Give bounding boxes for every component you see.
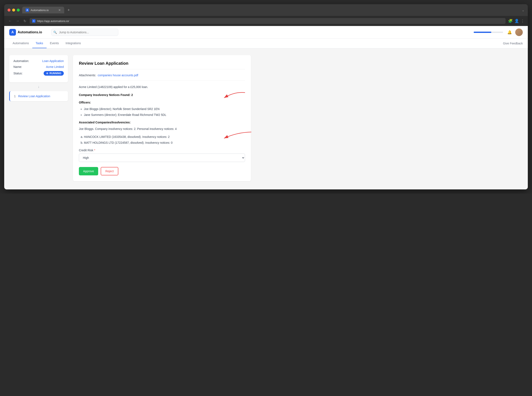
automation-row: Automation: Loan Application: [13, 59, 64, 63]
insolvency-section: Company Insolvency Notices Found: 2: [79, 93, 245, 97]
application-body-text: Acme Limited (14822109) applied for a £2…: [79, 85, 245, 89]
credit-risk-label: Credit Risk *: [79, 149, 245, 152]
site-icon: A: [32, 19, 36, 23]
task-number: 1: [14, 94, 16, 98]
sidebar-panel: Automation: Loan Application Name: Acme …: [9, 55, 68, 181]
task-item[interactable]: 1 Review Loan Application: [9, 91, 68, 101]
list-item: MATT HOLDINGS LTD (17224587, dissolved).…: [84, 140, 245, 145]
nav-automations[interactable]: Automations: [9, 39, 32, 48]
avatar-image: [515, 29, 523, 36]
browser-menu-dots[interactable]: ⋮: [521, 19, 525, 23]
automation-label: Automation:: [13, 59, 29, 63]
profile-icon[interactable]: 👤: [514, 19, 519, 23]
insolvency-notices-text: Company Insolvency Notices Found: 2: [79, 93, 245, 97]
notifications-icon[interactable]: 🔔: [507, 30, 512, 35]
reject-button[interactable]: Reject: [101, 167, 118, 175]
give-feedback-link[interactable]: Give Feedback: [503, 39, 523, 48]
search-icon: 🔍: [53, 31, 57, 34]
tab-favicon: A: [26, 8, 29, 12]
app-logo: A Automations.io: [9, 29, 42, 36]
avatar[interactable]: [515, 29, 523, 36]
credit-risk-select[interactable]: High Medium Low: [79, 154, 245, 162]
task-label: Review Loan Application: [18, 94, 50, 98]
status-badge: ⚙ RUNNING: [44, 71, 64, 76]
traffic-lights: [7, 9, 20, 12]
automation-value[interactable]: Loan Application: [42, 59, 64, 63]
browser-tab[interactable]: A Automations.io ✕: [22, 7, 64, 13]
main-panel: Review Loan Application Attachments: com…: [73, 55, 251, 181]
tab-close-icon[interactable]: ✕: [58, 8, 61, 12]
name-value[interactable]: Acme Limited: [46, 65, 64, 69]
name-row: Name: Acme Limited: [13, 65, 64, 69]
required-star: *: [94, 149, 95, 152]
approve-button[interactable]: Approve: [79, 167, 98, 175]
url-text: https://app.automations.io/: [37, 19, 69, 23]
back-button[interactable]: ←: [7, 18, 12, 24]
app-nav: Automations Tasks Events Integrations Gi…: [4, 39, 528, 48]
arrow-down-icon: ↓: [9, 85, 68, 89]
forward-button[interactable]: →: [15, 18, 20, 24]
minimize-button[interactable]: [12, 9, 15, 12]
logo-text: Automations.io: [18, 30, 42, 34]
status-row: Status: ⚙ RUNNING: [13, 71, 64, 76]
associated-companies-list: HANCOCK LIMITED (16335438, dissolved). I…: [79, 134, 245, 145]
associated-heading: Associated Companies/Insolvencies:: [79, 121, 245, 124]
officers-list: Joe Bloggs (director); Norfolk Street Su…: [79, 107, 245, 117]
close-button[interactable]: [7, 9, 11, 12]
associated-companies-section: HANCOCK LIMITED (16335438, dissolved). I…: [79, 134, 245, 145]
status-label: Status:: [13, 72, 23, 75]
credit-risk-section: Credit Risk * High Medium Low: [79, 149, 245, 162]
list-item: HANCOCK LIMITED (16335438, dissolved). I…: [84, 134, 245, 139]
new-tab-button[interactable]: +: [67, 8, 70, 12]
name-label: Name:: [13, 65, 22, 69]
section-title: Review Loan Application: [79, 61, 245, 69]
progress-fill: [474, 32, 491, 33]
app-header: A Automations.io 🔍 🔔: [4, 26, 528, 39]
action-buttons: Approve Reject: [79, 167, 245, 175]
url-bar[interactable]: A https://app.automations.io/: [30, 18, 506, 24]
list-item: Jane Summers (director); Ennerdale Road …: [84, 112, 245, 117]
tab-title: Automations.io: [31, 9, 49, 12]
extensions-icon[interactable]: 🧩: [508, 19, 513, 23]
logo-icon: A: [9, 29, 16, 36]
attachments-label: Attachments:: [79, 74, 96, 77]
main-content: Automation: Loan Application Name: Acme …: [4, 48, 256, 188]
associated-text: Joe Bloggs. Company insolvency notices: …: [79, 127, 245, 131]
progress-bar: [474, 32, 503, 33]
nav-items: Automations Tasks Events Integrations: [9, 39, 84, 48]
info-card: Automation: Loan Application Name: Acme …: [9, 55, 68, 82]
maximize-button[interactable]: [17, 9, 20, 12]
gear-icon: ⚙: [46, 72, 48, 75]
refresh-button[interactable]: ↻: [23, 18, 27, 24]
attachment-link[interactable]: companies house accounts.pdf: [98, 74, 138, 77]
nav-events[interactable]: Events: [47, 39, 62, 48]
search-input[interactable]: [51, 29, 118, 36]
progress-container: [474, 32, 503, 33]
officers-heading: Officers:: [79, 101, 245, 104]
list-item: Joe Bloggs (director); Norfolk Street Su…: [84, 107, 245, 111]
address-bar-container: ← → ↻ A https://app.automations.io/ 🧩 👤 …: [4, 16, 528, 26]
attachments-row: Attachments: companies house accounts.pd…: [79, 74, 245, 81]
header-icons: 🔔: [507, 29, 523, 36]
search-container: 🔍: [51, 29, 118, 36]
status-value: RUNNING: [49, 72, 61, 75]
nav-integrations[interactable]: Integrations: [62, 39, 84, 48]
browser-menu-icon[interactable]: ⌄: [522, 8, 525, 12]
nav-tasks[interactable]: Tasks: [32, 39, 47, 48]
